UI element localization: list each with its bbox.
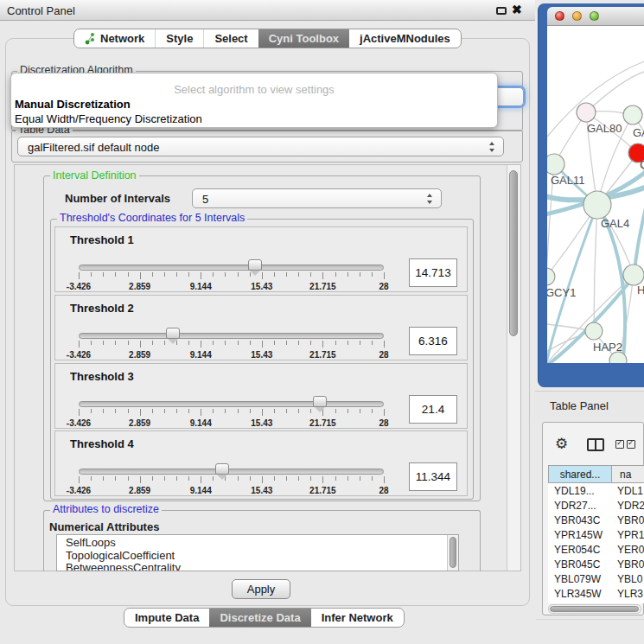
checkbox-icon[interactable] — [627, 440, 635, 449]
cell-name[interactable]: YIL0 — [617, 603, 639, 603]
major-tick — [79, 272, 80, 279]
cell-name[interactable]: YBR0 — [617, 514, 644, 526]
cell-shared-name[interactable]: YPR145W — [554, 529, 603, 541]
table-row[interactable]: YBR043CYBR0 — [548, 513, 644, 527]
column-header-shared[interactable]: shared... — [548, 465, 612, 483]
screenshot-root: Control Panel ✖ NetworkStyleSelectCyni T… — [0, 0, 644, 644]
slider-track[interactable] — [79, 265, 384, 271]
tab-discretize-data[interactable]: Discretize Data — [209, 609, 310, 627]
combo-spinner-icon[interactable] — [427, 194, 433, 204]
zoom-traffic-light-icon[interactable] — [590, 11, 599, 21]
network-window-titlebar[interactable] — [547, 7, 644, 26]
network-node-label: GAL80 — [587, 122, 622, 135]
cell-name[interactable]: YBR0 — [617, 558, 644, 571]
network-node-gal11[interactable] — [547, 154, 564, 175]
vertical-scrollbar-thumb[interactable] — [509, 170, 518, 336]
network-node-gal80[interactable] — [577, 103, 596, 122]
cell-name[interactable]: YER0 — [617, 544, 644, 556]
vertical-scrollbar[interactable] — [507, 165, 520, 571]
minor-tick — [128, 272, 129, 277]
close-traffic-light-icon[interactable] — [555, 11, 564, 21]
column-header-na[interactable]: na — [612, 465, 644, 483]
network-view-window[interactable]: GAL80GACGAL11GAL4GCY1HHAP2 — [538, 3, 644, 387]
column-layout-icon[interactable] — [587, 438, 604, 451]
cell-name[interactable]: YBL0 — [617, 573, 642, 585]
algorithm-popup-hint: Select algorithm to view settings — [11, 83, 497, 96]
cell-name[interactable]: YLR3 — [617, 588, 643, 600]
horizontal-scrollbar[interactable] — [548, 604, 641, 614]
slider-thumb[interactable] — [166, 328, 180, 339]
slider-thumb[interactable] — [313, 396, 327, 407]
horizontal-scrollbar-thumb[interactable] — [550, 606, 639, 612]
threshold-value-field[interactable]: 21.4 — [409, 395, 457, 424]
table-row[interactable]: YPR145WYPR1 — [548, 527, 644, 542]
cell-shared-name[interactable]: YIL052C — [554, 603, 595, 603]
cell-shared-name[interactable]: YDL19... — [554, 485, 595, 497]
table-row[interactable]: YIL052CYIL0 — [548, 601, 644, 603]
attributes-list-scrollbar[interactable] — [447, 535, 458, 571]
threshold-value-field[interactable]: 14.713 — [409, 258, 457, 287]
slider-thumb[interactable] — [215, 463, 229, 475]
tab-impute-data[interactable]: Impute Data — [124, 609, 209, 627]
close-icon[interactable]: ✖ — [512, 3, 522, 16]
attributes-list-scrollbar-thumb[interactable] — [450, 537, 456, 568]
slider-track[interactable] — [79, 333, 384, 339]
table-row[interactable]: YER054CYER0 — [548, 542, 644, 557]
network-node-hap2[interactable] — [585, 322, 603, 340]
minor-tick — [335, 476, 336, 481]
number-of-intervals-label: Number of Intervals — [65, 192, 170, 205]
network-node-gcy1[interactable] — [547, 268, 555, 285]
minimize-traffic-light-icon[interactable] — [572, 11, 582, 21]
numerical-attributes-list[interactable]: SelfLoopsTopologicalCoefficientBetweenne… — [56, 534, 459, 571]
table-row[interactable]: YBL079WYBL0 — [548, 571, 644, 586]
table-row[interactable]: YBR045CYBR0 — [548, 557, 644, 571]
network-node-ga[interactable] — [623, 105, 642, 124]
checkbox-icon[interactable] — [615, 440, 624, 449]
attribute-item-betweennesscentrality[interactable]: BetweennessCentrality — [57, 562, 458, 571]
table-data-combobox[interactable]: galFiltered.sif default node — [17, 137, 504, 156]
tab-cyni-toolbox[interactable]: Cyni Toolbox — [258, 29, 349, 48]
table-row[interactable]: YLR345WYLR3 — [548, 586, 644, 601]
cell-name[interactable]: YDL1 — [617, 485, 643, 497]
table-row[interactable]: YDL19...YDL1 — [548, 483, 644, 498]
minor-tick — [335, 272, 336, 277]
network-edge[interactable] — [547, 205, 597, 363]
minor-tick — [164, 476, 165, 481]
tab-select[interactable]: Select — [203, 29, 258, 48]
cell-name[interactable]: YPR1 — [617, 529, 644, 541]
attribute-item-topologicalcoefficient[interactable]: TopologicalCoefficient — [57, 550, 458, 563]
network-canvas[interactable]: GAL80GACGAL11GAL4GCY1HHAP2 — [547, 26, 644, 363]
slider-track[interactable] — [79, 401, 384, 407]
table-row[interactable]: YDR27...YDR2 — [548, 498, 644, 513]
major-tick — [201, 272, 201, 279]
cell-shared-name[interactable]: YBR043C — [554, 514, 600, 526]
cell-name[interactable]: YDR2 — [617, 500, 644, 512]
threshold-value-field[interactable]: 11.344 — [409, 462, 457, 491]
threshold-value-field[interactable]: 6.316 — [409, 327, 457, 355]
slider-track[interactable] — [79, 469, 384, 475]
slider-thumb[interactable] — [248, 259, 262, 271]
cell-shared-name[interactable]: YBL079W — [554, 573, 601, 585]
gear-icon[interactable]: ⚙ — [555, 437, 568, 451]
tab-style[interactable]: Style — [155, 29, 203, 48]
network-node-gal4[interactable] — [583, 191, 611, 219]
combo-spinner-icon[interactable] — [489, 142, 495, 152]
cell-shared-name[interactable]: YLR345W — [554, 588, 602, 600]
tick-label: 2.859 — [129, 282, 150, 291]
cell-shared-name[interactable]: YBR045C — [554, 558, 600, 571]
network-node-h[interactable] — [623, 265, 644, 285]
cell-shared-name[interactable]: YER054C — [554, 544, 600, 556]
network-edge[interactable] — [634, 204, 644, 271]
apply-button[interactable]: Apply — [232, 579, 290, 599]
tab-jactivemnodules[interactable]: jActiveMNodules — [349, 29, 461, 48]
network-node-label: GAL4 — [601, 217, 629, 230]
tab-network[interactable]: Network — [74, 29, 155, 48]
algorithm-option-manual-discretization[interactable]: Manual Discretization — [15, 98, 131, 111]
attribute-item-selfloops[interactable]: SelfLoops — [57, 537, 458, 550]
tab-infer-network[interactable]: Infer Network — [311, 609, 404, 627]
float-window-icon[interactable] — [496, 7, 507, 15]
algorithm-option-equal-width-frequency[interactable]: Equal Width/Frequency Discretization — [15, 112, 202, 125]
number-of-intervals-combobox[interactable]: 5 — [192, 188, 442, 208]
cell-shared-name[interactable]: YDR27... — [554, 500, 596, 512]
threshold-panel-4: Threshold 4-3.4262.8599.14415.4321.71528… — [54, 430, 468, 496]
